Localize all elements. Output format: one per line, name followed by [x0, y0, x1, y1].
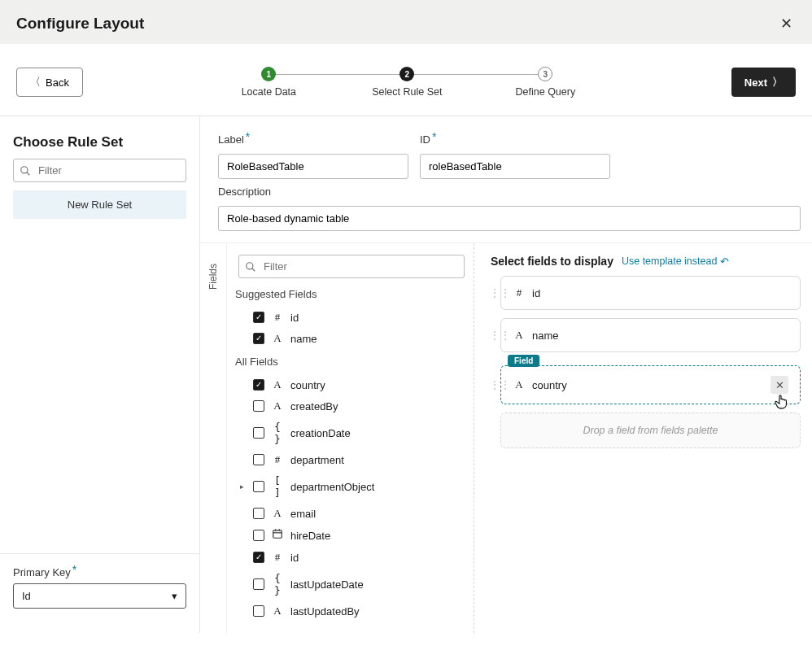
slot-label: country: [532, 379, 567, 391]
step-define-query[interactable]: 3 Define Query: [476, 67, 614, 98]
field-label: lastUpdateDate: [290, 578, 364, 591]
object-type-icon: { }: [271, 572, 284, 596]
step-locate-data[interactable]: 1 Locate Data: [199, 67, 338, 98]
field-label: email: [290, 508, 316, 520]
chevron-down-icon: ▾: [172, 590, 177, 602]
field-suggested-name[interactable]: A name: [234, 328, 465, 349]
checkbox-icon[interactable]: [253, 552, 264, 563]
checkbox-icon[interactable]: [253, 454, 264, 465]
next-button-label: Next: [744, 76, 767, 89]
text-type-icon: A: [513, 378, 526, 391]
primary-key-select[interactable]: Id ▾: [13, 583, 186, 609]
back-button[interactable]: 〈 Back: [16, 68, 83, 97]
remove-slot-button[interactable]: ✕: [771, 376, 788, 394]
undo-icon: ↶: [720, 255, 729, 268]
field-email[interactable]: A email: [234, 503, 465, 524]
step-number: 3: [538, 67, 552, 81]
fields-tab-label: Fields: [207, 264, 219, 290]
checkbox-icon[interactable]: [253, 481, 264, 492]
field-hiredate[interactable]: hireDate: [234, 524, 465, 547]
label-input[interactable]: [218, 154, 408, 179]
field-label: id: [290, 312, 299, 324]
drag-handle-icon[interactable]: ⋮⋮: [490, 334, 511, 337]
field-creationdate[interactable]: { } creationDate: [234, 417, 465, 449]
sidebar-filter-input[interactable]: [13, 159, 186, 182]
fields-palette: Suggested Fields # id A name All Fields …: [227, 243, 474, 633]
drag-handle-icon[interactable]: ⋮⋮: [490, 291, 511, 295]
canvas-heading: Select fields to display: [491, 255, 613, 268]
field-createdby[interactable]: A createdBy: [234, 395, 465, 417]
display-slot-name[interactable]: ⋮⋮ A name: [500, 318, 801, 352]
display-slot-id[interactable]: ⋮⋮ # id: [500, 276, 801, 310]
number-type-icon: #: [271, 551, 284, 564]
field-lastupdatedate[interactable]: { } lastUpdateDate: [234, 568, 465, 600]
drop-zone[interactable]: Drop a field from fields palette: [500, 412, 801, 448]
svg-rect-4: [273, 530, 282, 538]
field-label: lastUpdatedBy: [290, 605, 360, 618]
svg-line-3: [252, 268, 255, 271]
step-label: Select Rule Set: [372, 86, 442, 98]
field-label: id: [290, 552, 299, 564]
step-label: Define Query: [516, 86, 576, 98]
field-label: hireDate: [290, 530, 330, 542]
back-button-label: Back: [46, 76, 69, 89]
fields-tab[interactable]: Fields: [200, 243, 227, 633]
label-field-label: Label*: [218, 133, 408, 146]
checkbox-icon[interactable]: [253, 530, 264, 541]
checkbox-icon[interactable]: [253, 400, 264, 412]
rule-set-form: Label* ID* Description: [200, 116, 812, 243]
rule-set-sidebar: Choose Rule Set New Rule Set Primary Key…: [0, 116, 200, 633]
sidebar-filter[interactable]: [13, 159, 186, 182]
field-label: departmentObject: [290, 481, 374, 493]
id-input[interactable]: [420, 154, 610, 179]
field-badge: Field: [508, 355, 539, 367]
field-id[interactable]: # id: [234, 547, 465, 568]
id-field-label: ID*: [420, 133, 610, 146]
rule-set-new[interactable]: New Rule Set: [13, 190, 186, 219]
wizard-bar: 〈 Back 1 Locate Data 2 Select Rule Set 3…: [0, 44, 812, 116]
suggested-fields-heading: Suggested Fields: [235, 288, 465, 300]
primary-key-label: Primary Key*: [13, 565, 186, 578]
field-country[interactable]: A country: [234, 374, 465, 395]
field-department[interactable]: # department: [234, 449, 465, 470]
display-slot-country[interactable]: Field ⋮⋮ A country ✕: [500, 365, 801, 404]
expand-caret-icon[interactable]: ▸: [240, 482, 244, 491]
close-icon[interactable]: ✕: [777, 11, 796, 36]
slot-label: name: [532, 330, 559, 342]
text-type-icon: A: [513, 329, 526, 342]
number-type-icon: #: [271, 311, 284, 324]
palette-filter-input[interactable]: [238, 255, 465, 278]
cursor-pointer-icon: [774, 394, 788, 413]
field-label: createdBy: [290, 400, 338, 412]
rule-set-new-label: New Rule Set: [68, 199, 132, 211]
number-type-icon: #: [513, 286, 526, 299]
field-label: name: [290, 333, 317, 345]
use-template-link[interactable]: Use template instead ↶: [622, 255, 729, 268]
display-canvas: Select fields to display Use template in…: [474, 243, 812, 633]
field-departmentobject[interactable]: ▸ [ ] departmentObject: [234, 470, 465, 503]
field-lastupdatedby[interactable]: A lastUpdatedBy: [234, 600, 465, 622]
text-type-icon: A: [271, 507, 284, 520]
wizard-steps: 1 Locate Data 2 Select Rule Set 3 Define…: [99, 67, 715, 98]
field-label: creationDate: [290, 427, 351, 439]
all-fields-heading: All Fields: [235, 356, 465, 368]
text-type-icon: A: [271, 332, 284, 345]
next-button[interactable]: Next 〉: [731, 68, 796, 97]
checkbox-icon[interactable]: [253, 578, 264, 590]
checkbox-icon[interactable]: [253, 333, 264, 344]
description-input[interactable]: [218, 206, 801, 231]
checkbox-icon[interactable]: [253, 312, 264, 323]
step-label: Locate Data: [242, 86, 296, 98]
palette-filter[interactable]: [238, 255, 465, 278]
dialog-title: Configure Layout: [16, 15, 144, 33]
checkbox-icon[interactable]: [253, 379, 264, 391]
drag-handle-icon[interactable]: ⋮⋮: [490, 383, 511, 386]
step-select-rule-set[interactable]: 2 Select Rule Set: [338, 67, 476, 98]
checkbox-icon[interactable]: [253, 605, 264, 617]
field-suggested-id[interactable]: # id: [234, 307, 465, 328]
svg-point-2: [247, 262, 253, 268]
array-type-icon: [ ]: [271, 474, 284, 499]
field-label: country: [290, 379, 325, 391]
checkbox-icon[interactable]: [253, 427, 264, 439]
checkbox-icon[interactable]: [253, 508, 264, 519]
